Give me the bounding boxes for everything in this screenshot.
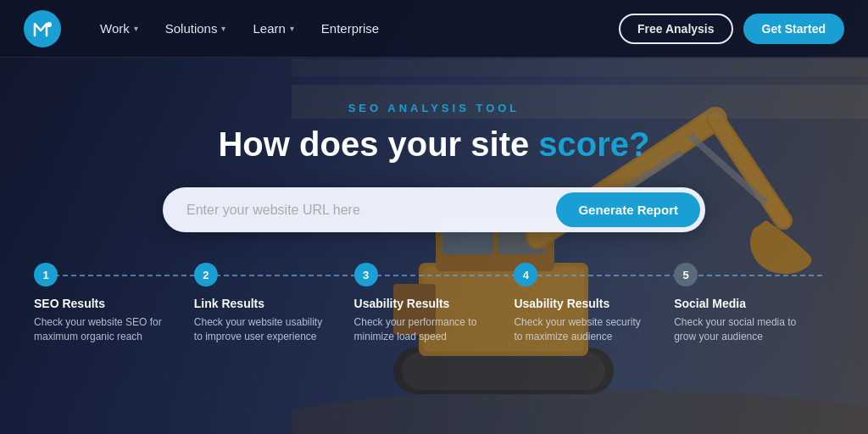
- url-input[interactable]: [186, 203, 556, 218]
- svg-point-0: [292, 390, 868, 434]
- nav-links: Work ▾ Solutions ▾ Learn ▾ Enterprise: [88, 14, 619, 42]
- svg-rect-2: [402, 352, 605, 390]
- nav-work-label: Work: [100, 21, 130, 36]
- generate-report-button[interactable]: Generate Report: [556, 192, 700, 227]
- nav-actions: Free Analysis Get Started: [619, 14, 844, 44]
- step-5-circle: 5: [674, 263, 698, 287]
- navbar: Work ▾ Solutions ▾ Learn ▾ Enterprise Fr…: [0, 0, 868, 58]
- nav-enterprise-label: Enterprise: [321, 21, 379, 36]
- step-3-desc: Check your performance to minimize load …: [354, 315, 490, 344]
- svg-point-17: [47, 22, 52, 27]
- step-1: 1 SEO Results Check your website SEO for…: [34, 263, 194, 343]
- step-4: 4 Usability Results Check your website s…: [514, 263, 674, 343]
- step-1-title: SEO Results: [34, 297, 105, 311]
- nav-work[interactable]: Work ▾: [88, 14, 150, 42]
- hero-title-accent: score?: [538, 125, 649, 163]
- logo[interactable]: [24, 10, 61, 47]
- step-2-desc: Check your website usability to improve …: [194, 315, 330, 344]
- nav-learn-chevron: ▾: [290, 24, 294, 33]
- nav-enterprise[interactable]: Enterprise: [309, 14, 391, 42]
- search-bar: Generate Report: [163, 187, 705, 232]
- step-1-desc: Check your website SEO for maximum organ…: [34, 315, 170, 344]
- step-4-title: Usability Results: [514, 297, 609, 311]
- step-4-desc: Check your website security to maximize …: [514, 315, 649, 344]
- step-5-desc: Check your social media to grow your aud…: [674, 315, 810, 344]
- nav-work-chevron: ▾: [134, 24, 138, 33]
- step-2: 2 Link Results Check your website usabil…: [194, 263, 354, 343]
- step-5: 5 Social Media Check your social media t…: [674, 263, 834, 343]
- step-1-circle: 1: [34, 263, 58, 287]
- nav-solutions-chevron: ▾: [221, 24, 225, 33]
- nav-learn[interactable]: Learn ▾: [241, 14, 305, 42]
- step-3-circle: 3: [354, 263, 378, 287]
- hero-title: How does your site score?: [218, 125, 649, 164]
- step-3: 3 Usability Results Check your performan…: [354, 263, 515, 343]
- step-4-circle: 4: [514, 263, 537, 287]
- step-3-title: Usability Results: [354, 297, 450, 311]
- hero-title-part1: How does your site: [218, 125, 538, 163]
- steps-container: 1 SEO Results Check your website SEO for…: [0, 263, 868, 343]
- nav-solutions-label: Solutions: [165, 21, 218, 36]
- hero-subtitle: SEO ANALYSIS TOOL: [348, 102, 520, 114]
- nav-learn-label: Learn: [253, 21, 285, 36]
- get-started-button[interactable]: Get Started: [743, 14, 844, 44]
- free-analysis-button[interactable]: Free Analysis: [619, 14, 733, 44]
- step-2-circle: 2: [194, 263, 218, 287]
- hero-section: SEO ANALYSIS TOOL How does your site sco…: [0, 58, 868, 263]
- step-5-title: Social Media: [674, 297, 746, 311]
- nav-solutions[interactable]: Solutions ▾: [153, 14, 238, 42]
- step-2-title: Link Results: [194, 297, 264, 311]
- steps-track: 1 SEO Results Check your website SEO for…: [34, 263, 834, 343]
